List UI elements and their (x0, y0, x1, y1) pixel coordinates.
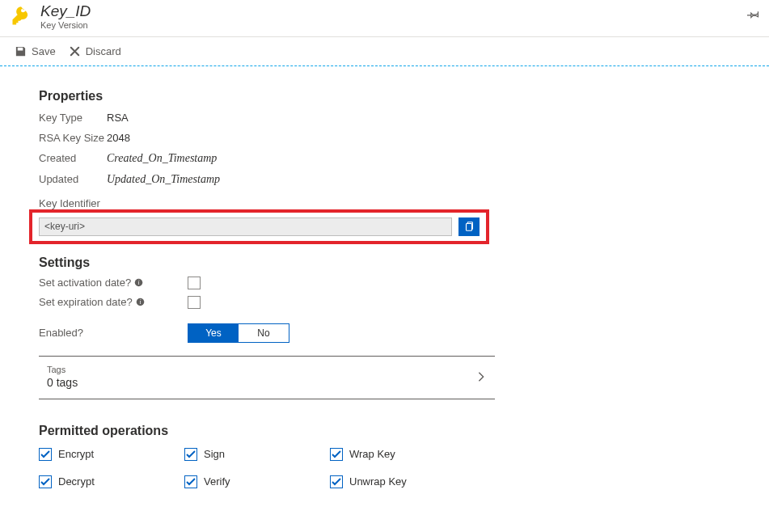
copy-icon (463, 220, 475, 233)
tags-left: Tags 0 tags (47, 365, 78, 389)
permitted-grid: Encrypt Sign Wrap Key Decrypt Verify Unw… (39, 448, 495, 488)
toolbar: Save Discard (0, 37, 769, 66)
perm-encrypt[interactable]: Encrypt (39, 448, 184, 461)
copy-button[interactable] (458, 217, 480, 236)
key-type-label: Key Type (39, 112, 107, 124)
perm-decrypt[interactable]: Decrypt (39, 475, 184, 488)
perm-sign-checkbox[interactable] (184, 448, 197, 461)
info-icon[interactable]: i (134, 278, 143, 287)
activation-label: Set activation date? i (39, 277, 152, 289)
svg-text:i: i (139, 299, 141, 306)
perm-wrap-label: Wrap Key (349, 448, 395, 460)
settings-block: Settings Set activation date? i Set expi… (39, 255, 495, 399)
save-button[interactable]: Save (15, 45, 56, 57)
setting-expiration: Set expiration date? i (39, 296, 495, 309)
discard-button[interactable]: Discard (69, 45, 121, 57)
setting-activation: Set activation date? i (39, 277, 495, 289)
discard-label: Discard (86, 45, 121, 57)
tags-count: 0 tags (47, 376, 78, 389)
perm-unwrap-label: Unwrap Key (349, 475, 407, 488)
save-label: Save (32, 45, 56, 57)
check-icon (40, 477, 50, 487)
perm-verify-label: Verify (204, 475, 230, 488)
perm-decrypt-label: Decrypt (58, 475, 95, 488)
key-identifier-input[interactable] (39, 217, 452, 236)
perm-encrypt-label: Encrypt (58, 448, 94, 460)
settings-heading: Settings (39, 255, 495, 270)
prop-key-type: Key Type RSA (39, 112, 495, 124)
perm-verify[interactable]: Verify (184, 475, 330, 488)
page-subtitle: Key Version (40, 20, 747, 30)
header-actions (747, 3, 759, 20)
expiration-label: Set expiration date? i (39, 296, 152, 308)
perm-verify-checkbox[interactable] (184, 475, 197, 488)
rsa-size-label: RSA Key Size (39, 132, 107, 144)
updated-value: Updated_On_Timestamp (107, 173, 220, 186)
check-icon (332, 450, 341, 459)
perm-sign-label: Sign (204, 448, 225, 460)
enabled-toggle: Yes No (188, 323, 289, 343)
header-titles: Key_ID Key Version (40, 3, 747, 30)
key-icon (10, 5, 32, 27)
chevron-right-icon (475, 371, 487, 382)
svg-rect-1 (467, 224, 472, 231)
perm-wrap[interactable]: Wrap Key (330, 448, 475, 461)
perm-wrap-checkbox[interactable] (330, 448, 343, 461)
enabled-yes-button[interactable]: Yes (188, 324, 239, 342)
expiration-checkbox[interactable] (188, 296, 201, 309)
pin-icon[interactable] (747, 8, 759, 20)
enabled-label: Enabled? (39, 327, 152, 339)
page-header: Key_ID Key Version (0, 0, 769, 37)
tags-row[interactable]: Tags 0 tags (39, 357, 495, 399)
perm-decrypt-checkbox[interactable] (39, 475, 52, 488)
key-identifier-highlight (29, 209, 489, 244)
perm-encrypt-checkbox[interactable] (39, 448, 52, 461)
activation-checkbox[interactable] (188, 277, 201, 289)
info-icon[interactable]: i (136, 298, 145, 306)
prop-created: Created Created_On_Timestamp (39, 152, 495, 165)
updated-label: Updated (39, 173, 107, 185)
discard-icon (69, 45, 81, 57)
page-title: Key_ID (40, 3, 747, 20)
key-identifier-label: Key Identifier (39, 197, 495, 209)
perm-sign[interactable]: Sign (184, 448, 330, 461)
prop-rsa-size: RSA Key Size 2048 (39, 132, 495, 144)
key-type-value: RSA (107, 112, 129, 124)
check-icon (186, 450, 196, 459)
enabled-no-button[interactable]: No (239, 324, 289, 342)
check-icon (332, 477, 341, 487)
rsa-size-value: 2048 (107, 132, 130, 144)
created-value: Created_On_Timestamp (107, 152, 217, 165)
permitted-heading: Permitted operations (39, 424, 495, 438)
expiration-label-text: Set expiration date? (39, 296, 133, 308)
save-icon (15, 45, 27, 57)
perm-unwrap-checkbox[interactable] (330, 475, 343, 488)
check-icon (40, 450, 50, 459)
check-icon (186, 477, 196, 487)
created-label: Created (39, 152, 107, 164)
svg-text:i: i (138, 280, 140, 287)
prop-updated: Updated Updated_On_Timestamp (39, 173, 495, 186)
perm-unwrap[interactable]: Unwrap Key (330, 475, 475, 488)
permitted-section: Permitted operations Encrypt Sign Wrap K… (39, 424, 495, 488)
properties-heading: Properties (39, 89, 495, 103)
activation-label-text: Set activation date? (39, 277, 131, 289)
svg-point-0 (23, 9, 25, 11)
tags-label: Tags (47, 365, 78, 374)
content: Properties Key Type RSA RSA Key Size 204… (0, 66, 518, 488)
setting-enabled: Enabled? Yes No (39, 323, 495, 343)
